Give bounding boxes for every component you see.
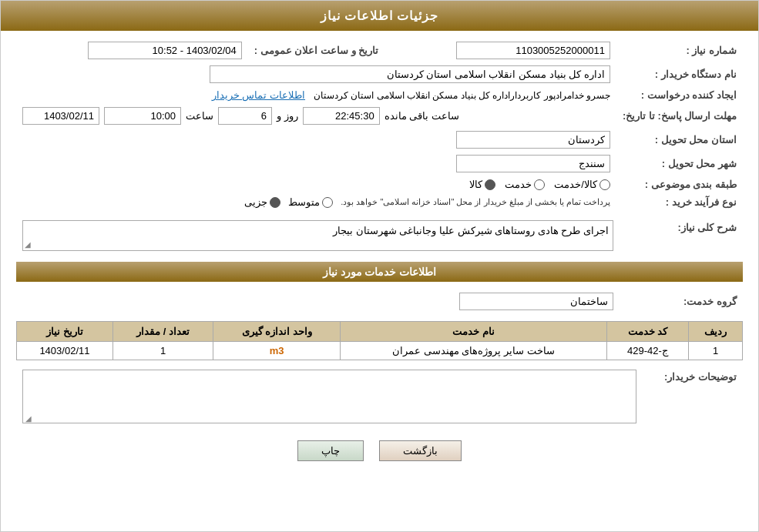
buyer-notes-label: توضیحات خریدار: xyxy=(643,366,743,429)
reply-deadline-row: مهلت ارسال پاسخ: تا تاریخ: ساعت باقی مان… xyxy=(16,104,743,128)
cell-service-code: ج-42-429 xyxy=(606,342,688,360)
table-header-row: ردیف کد خدمت نام خدمت واحد اندازه گیری ت… xyxy=(17,322,743,342)
category-option-kala-khedmat[interactable]: کالا/خدمت xyxy=(554,179,610,190)
category-khedmat-label: خدمت xyxy=(505,179,532,190)
description-table: شرح کلی نیاز: اجرای طرح هادی روستاهای شی… xyxy=(16,217,743,254)
page-title: جزئیات اطلاعات نیاز xyxy=(321,9,439,22)
radio-medium xyxy=(322,197,333,208)
page-header: جزئیات اطلاعات نیاز xyxy=(1,1,758,31)
radio-khedmat xyxy=(534,179,545,190)
reply-time-label: ساعت xyxy=(186,110,213,122)
main-info-table: شماره نیاز : تاریخ و ساعت اعلان عمومی : … xyxy=(16,38,743,211)
radio-kala xyxy=(485,179,495,190)
reply-days-label: روز و xyxy=(277,110,298,122)
creator-row: ایجاد کننده درخواست : جسرو خدامرادپور کا… xyxy=(16,86,743,104)
delivery-province-row: استان محل تحویل : xyxy=(16,128,743,152)
col-service-code: کد خدمت xyxy=(606,322,688,342)
col-service-name: نام خدمت xyxy=(340,322,606,342)
process-options: پرداخت تمام یا بخشی از مبلغ خریدار از مح… xyxy=(16,193,616,211)
table-row: 1 ج-42-429 ساخت سایر پروژه‌های مهندسی عم… xyxy=(17,342,743,360)
cell-need-date: 1403/02/11 xyxy=(17,342,113,360)
buyer-org-input[interactable] xyxy=(210,65,610,83)
radio-kala-khedmat xyxy=(599,179,610,190)
buyer-notes-value: ◢ xyxy=(16,366,643,429)
delivery-city-label: شهر محل تحویل : xyxy=(616,152,743,176)
buyer-notes-table: توضیحات خریدار: ◢ xyxy=(16,366,743,429)
page-wrapper: جزئیات اطلاعات نیاز شماره نیاز : تاریخ و… xyxy=(0,0,759,532)
col-unit: واحد اندازه گیری xyxy=(213,322,341,342)
need-number-row: شماره نیاز : تاریخ و ساعت اعلان عمومی : xyxy=(16,38,743,62)
description-label: شرح کلی نیاز: xyxy=(620,217,743,254)
process-row: نوع فرآیند خرید : پرداخت تمام یا بخشی از… xyxy=(16,193,743,211)
creator-value: جسرو خدامرادپور کاربرداراداره کل بنیاد م… xyxy=(16,86,616,104)
service-group-input[interactable] xyxy=(459,293,613,310)
category-kala-label: کالا xyxy=(469,179,482,190)
creator-text: جسرو خدامرادپور کاربرداراداره کل بنیاد م… xyxy=(314,90,610,101)
category-label: طبقه بندی موضوعی : xyxy=(616,176,743,193)
buyer-org-value xyxy=(16,62,616,86)
reply-time-input[interactable] xyxy=(104,107,181,125)
process-label: نوع فرآیند خرید : xyxy=(616,193,743,211)
category-options: کالا/خدمت خدمت کالا xyxy=(16,176,616,193)
buyer-org-label: نام دستگاه خریدار : xyxy=(616,62,743,86)
reply-days-input[interactable] xyxy=(218,107,272,125)
delivery-province-label: استان محل تحویل : xyxy=(616,128,743,152)
col-row-num: ردیف xyxy=(689,322,743,342)
announce-date-label: تاریخ و ساعت اعلان عمومی : xyxy=(248,38,385,62)
reply-deadline-value: ساعت باقی مانده روز و ساعت xyxy=(16,104,616,128)
reply-remaining-input[interactable] xyxy=(303,107,380,125)
radio-partial xyxy=(270,197,280,208)
reply-date-input[interactable] xyxy=(22,107,99,125)
contact-link[interactable]: اطلاعات تماس خریدار xyxy=(212,89,305,101)
process-partial-label: جزیی xyxy=(244,196,267,208)
category-row: طبقه بندی موضوعی : کالا/خدمت خدمت xyxy=(16,176,743,193)
need-number-label: شماره نیاز : xyxy=(616,38,743,62)
description-value: اجرای طرح هادی روستاهای شیرکش علیا وجانب… xyxy=(16,217,620,254)
delivery-province-input[interactable] xyxy=(456,131,610,149)
announce-date-value xyxy=(16,38,248,62)
reply-deadline-label: مهلت ارسال پاسخ: تا تاریخ: xyxy=(616,104,743,128)
cell-unit: m3 xyxy=(213,342,341,360)
creator-label: ایجاد کننده درخواست : xyxy=(616,86,743,104)
cell-quantity: 1 xyxy=(113,342,213,360)
service-group-value xyxy=(16,288,620,315)
need-number-input[interactable] xyxy=(456,42,610,59)
delivery-city-input[interactable] xyxy=(456,155,610,172)
collapse-arrow-desc: ◢ xyxy=(25,240,31,249)
service-group-table: گروه خدمت: xyxy=(16,288,743,315)
delivery-city-value xyxy=(16,152,616,176)
process-medium-label: متوسط xyxy=(288,196,320,208)
service-group-row: گروه خدمت: xyxy=(16,288,743,315)
buyer-notes-textarea[interactable] xyxy=(22,370,636,423)
service-group-label: گروه خدمت: xyxy=(620,288,743,315)
unit-text: m3 xyxy=(270,345,284,356)
category-option-kala[interactable]: کالا xyxy=(469,179,495,190)
category-kala-khedmat-label: کالا/خدمت xyxy=(554,179,597,190)
description-row: شرح کلی نیاز: اجرای طرح هادی روستاهای شی… xyxy=(16,217,743,254)
back-button[interactable]: بازگشت xyxy=(379,440,462,461)
col-quantity: تعداد / مقدار xyxy=(113,322,213,342)
services-section-title: اطلاعات خدمات مورد نیاز xyxy=(16,262,743,282)
content-area: شماره نیاز : تاریخ و ساعت اعلان عمومی : … xyxy=(1,31,758,477)
button-row: بازگشت چاپ xyxy=(16,440,743,461)
services-data-table: ردیف کد خدمت نام خدمت واحد اندازه گیری ت… xyxy=(16,321,743,360)
delivery-province-value xyxy=(16,128,616,152)
print-button[interactable]: چاپ xyxy=(297,440,364,461)
cell-row-num: 1 xyxy=(689,342,743,360)
process-note-text: پرداخت تمام یا بخشی از مبلغ خریدار از مح… xyxy=(341,197,610,207)
category-option-khedmat[interactable]: خدمت xyxy=(505,179,545,190)
need-number-value xyxy=(385,38,616,62)
buyer-org-row: نام دستگاه خریدار : xyxy=(16,62,743,86)
col-need-date: تاریخ نیاز xyxy=(17,322,113,342)
announce-date-input[interactable] xyxy=(88,42,242,59)
reply-remaining-label: ساعت باقی مانده xyxy=(385,110,459,122)
process-option-partial[interactable]: جزیی xyxy=(244,196,280,208)
process-option-medium[interactable]: متوسط xyxy=(288,196,333,208)
delivery-city-row: شهر محل تحویل : xyxy=(16,152,743,176)
collapse-arrow-notes: ◢ xyxy=(25,414,32,423)
buyer-notes-row: توضیحات خریدار: ◢ xyxy=(16,366,743,429)
cell-service-name: ساخت سایر پروژه‌های مهندسی عمران xyxy=(340,342,606,360)
description-text: اجرای طرح هادی روستاهای شیرکش علیا وجانب… xyxy=(333,225,609,236)
